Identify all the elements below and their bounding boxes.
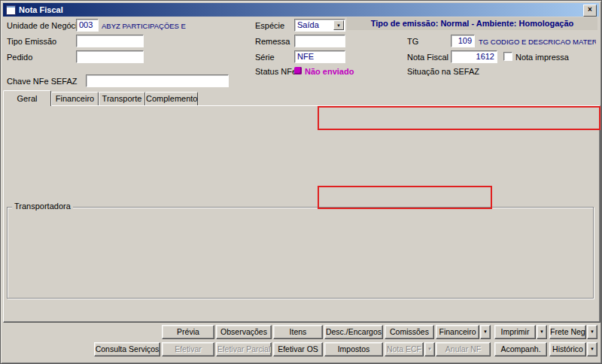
- nota-ecf-button[interactable]: Nota ECF: [385, 342, 424, 356]
- efetivar-parcial-button[interactable]: Efetivar Parcial: [216, 342, 272, 356]
- tab-complemento[interactable]: Complemento: [145, 92, 198, 105]
- desc-encargos-button[interactable]: Desc./Encargos: [324, 325, 383, 339]
- nota-ecf-dropdown-icon[interactable]: ▼: [424, 342, 435, 356]
- nota-fiscal-number-field[interactable]: 1612: [451, 50, 497, 63]
- tg-label: TG: [407, 37, 418, 46]
- itens-button[interactable]: Itens: [273, 325, 323, 339]
- especie-label: Espécie: [255, 21, 284, 30]
- anular-nf-button[interactable]: Anular NF: [436, 342, 491, 356]
- nota-fiscal-window: Nota Fiscal × Unidade de Negócio 003 ABY…: [0, 0, 602, 364]
- unidade-negocio-label: Unidade de Negócio: [7, 21, 82, 30]
- chave-nfe-label: Chave NFe SEFAZ: [7, 77, 78, 86]
- pedido-label: Pedido: [7, 53, 32, 62]
- nota-impressa-label: Nota impressa: [515, 53, 569, 62]
- remessa-label: Remessa: [255, 37, 290, 46]
- nota-fiscal-label: Nota Fiscal: [407, 53, 448, 62]
- consulta-servicos-button[interactable]: Consulta Serviços: [94, 342, 160, 356]
- tg-name: TG CODIGO E DESCRICAO MATERIAL: [479, 38, 596, 46]
- status-nfe-label: Status NFe: [255, 67, 296, 76]
- efetivar-os-button[interactable]: Efetivar OS: [273, 342, 323, 356]
- transportadora-group-title: Transportadora: [12, 202, 73, 211]
- comissoes-button[interactable]: Comissões: [385, 325, 434, 339]
- imprimir-button[interactable]: Imprimir: [494, 325, 536, 339]
- close-icon[interactable]: ×: [583, 5, 597, 17]
- tipo-emissao-field[interactable]: [76, 35, 144, 47]
- financeiro-button[interactable]: Financeiro: [436, 325, 479, 339]
- tab-financeiro[interactable]: Financeiro: [51, 92, 99, 105]
- serie-label: Série: [255, 53, 275, 62]
- historico-dropdown-icon[interactable]: ▼: [587, 342, 597, 356]
- window-title: Nota Fiscal: [19, 5, 63, 14]
- tab-geral[interactable]: Geral: [3, 90, 51, 106]
- imprimir-dropdown-icon[interactable]: ▼: [537, 325, 547, 339]
- tipo-emissao-label: Tipo Emissão: [7, 37, 56, 46]
- efetivar-button[interactable]: Efetivar: [162, 342, 214, 356]
- especie-selected-value: Saída: [297, 20, 319, 29]
- transportadora-group: Transportadora: [7, 207, 594, 299]
- emission-mode-banner: Tipo de emissão: Normal - Ambiente: Homo…: [347, 17, 597, 30]
- nota-impressa-checkbox[interactable]: [503, 52, 512, 61]
- chevron-down-icon[interactable]: ▼: [333, 20, 344, 30]
- frete-neg-button[interactable]: Frete Neg.: [549, 325, 586, 339]
- nota-fiscal-icon: [6, 5, 16, 15]
- especie-select[interactable]: Saída ▼: [294, 19, 345, 32]
- titlebar: Nota Fiscal: [3, 3, 599, 17]
- acompanh-button[interactable]: Acompanh.: [494, 342, 547, 356]
- status-nfe-icon: [294, 67, 302, 74]
- frete-neg-dropdown-icon[interactable]: ▼: [587, 325, 597, 339]
- unidade-negocio-name: ABYZ PARTICIPAÇÕES E: [102, 22, 186, 30]
- financeiro-dropdown-icon[interactable]: ▼: [480, 325, 491, 339]
- tab-transporte[interactable]: Transporte: [99, 92, 145, 105]
- chave-nfe-field[interactable]: [86, 74, 229, 87]
- tg-code-field[interactable]: 109: [451, 35, 475, 47]
- impostos-button[interactable]: Impostos: [324, 342, 383, 356]
- unidade-negocio-code-field[interactable]: 003: [76, 19, 99, 32]
- observacoes-button[interactable]: Observações: [216, 325, 272, 339]
- serie-field[interactable]: NFE: [294, 50, 345, 63]
- historico-button[interactable]: Histórico: [549, 342, 586, 356]
- remessa-field[interactable]: [294, 35, 345, 47]
- previa-button[interactable]: Prévia: [162, 325, 214, 339]
- situacao-sefaz-label: Situação na SEFAZ: [407, 67, 479, 76]
- status-nfe-value: Não enviado: [305, 67, 354, 76]
- pedido-field[interactable]: [76, 50, 144, 63]
